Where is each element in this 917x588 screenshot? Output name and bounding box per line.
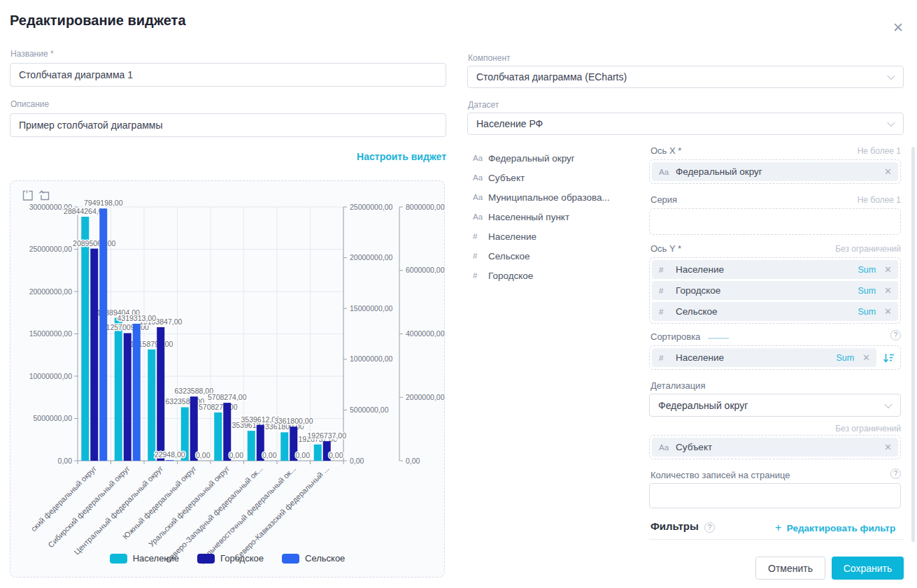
number-type-icon: # (473, 271, 488, 280)
y-axis-tick-label: 5000000,00 (350, 406, 389, 414)
field-item[interactable]: #Сельское (473, 246, 641, 266)
legend-marker (110, 554, 127, 564)
component-select[interactable]: Столбчатая диаграмма (ECharts) (467, 66, 904, 88)
remove-chip-icon[interactable]: ✕ (862, 352, 870, 363)
series-dropzone[interactable] (649, 208, 901, 235)
y-axis-tick-label: 5000000,00 (34, 414, 73, 422)
remove-chip-icon[interactable]: ✕ (884, 264, 892, 275)
number-type-icon: # (659, 354, 676, 362)
text-type-icon: Aa (473, 173, 488, 182)
field-item[interactable]: AaФедеральный округ (473, 148, 641, 168)
bar-value-label: 7949198,00 (84, 199, 123, 207)
drilldown-hint: Без ограничений (649, 424, 901, 433)
bar-chart: 0,005000000,0010000000,0015000000,002000… (10, 181, 446, 577)
toolbox-restore-icon[interactable] (38, 189, 50, 204)
x-axis-hint: Не более 1 (649, 146, 901, 156)
y-axis-tick-label: 4000000,00 (406, 329, 445, 338)
y-axis-hint: Без ограничений (649, 244, 901, 254)
drilldown-chip[interactable]: Aa Субъект ✕ (652, 438, 898, 457)
bar-Население (280, 432, 288, 461)
page-title: Редактирование виджета (10, 13, 186, 29)
y-axis-chip[interactable]: # Население Sum ✕ (652, 260, 898, 279)
page-size-label: Количество записей на странице (651, 470, 790, 480)
help-icon[interactable]: ? (704, 522, 715, 533)
y-axis-chip[interactable]: # Городское Sum ✕ (652, 281, 898, 300)
number-type-icon: # (473, 232, 488, 241)
field-item[interactable]: AaМуниципальное образова... (473, 187, 641, 207)
bar-value-label: 5708274,00 (199, 403, 238, 411)
dataset-label: Датасет (468, 100, 499, 110)
y-axis-tick-label: 20000000,00 (350, 253, 392, 261)
filters-label: Фильтры ? (651, 520, 715, 533)
help-icon[interactable]: ? (890, 330, 901, 340)
remove-chip-icon[interactable]: ✕ (884, 285, 892, 296)
text-type-icon: Aa (473, 154, 488, 162)
y-axis-tick-label: 0,00 (406, 457, 420, 465)
field-item[interactable]: AaНаселенный пункт (473, 207, 641, 227)
legend-item[interactable]: Городское (197, 553, 264, 564)
configure-widget-link[interactable]: Настроить виджет (357, 151, 446, 162)
legend-marker (197, 554, 215, 564)
bar-value-label: 1926737,00 (308, 431, 347, 440)
component-label: Компонент (468, 53, 511, 63)
sort-descending-icon[interactable] (879, 352, 898, 364)
description-label: Описание (10, 99, 49, 109)
close-icon[interactable]: ✕ (893, 20, 904, 36)
bar-value-label: 0,00 (196, 451, 211, 459)
chevron-down-icon (887, 72, 895, 80)
bar-Население (148, 350, 155, 461)
dataset-fields-list: AaФедеральный округ AaСубъект AaМуниципа… (473, 148, 641, 285)
name-input[interactable]: Столбчатая диаграмма 1 (10, 63, 446, 87)
y-axis-tick-label: 0,00 (58, 457, 73, 465)
page-size-input[interactable] (649, 483, 901, 508)
aggregation-badge[interactable]: Sum (858, 286, 876, 296)
remove-chip-icon[interactable]: ✕ (884, 306, 892, 317)
divider (649, 539, 904, 540)
aggregation-badge[interactable]: Sum (858, 307, 876, 317)
x-axis-dropzone[interactable]: Aa Федеральный округ ✕ (649, 159, 901, 184)
field-item[interactable]: #Городское (473, 266, 641, 285)
edit-filter-link[interactable]: + Редактировать фильтр (775, 522, 895, 534)
y-axis-chip[interactable]: # Сельское Sum ✕ (652, 302, 898, 321)
legend-item[interactable]: Сельское (282, 553, 345, 564)
aggregation-badge[interactable]: Sum (836, 353, 854, 363)
dataset-select[interactable]: Население РФ (467, 113, 904, 135)
remove-chip-icon[interactable]: ✕ (884, 442, 892, 452)
bar-Городское (124, 333, 131, 461)
field-item[interactable]: #Население (473, 227, 641, 246)
y-axis-tick-label: 10000000,00 (350, 354, 392, 363)
remove-chip-icon[interactable]: ✕ (884, 166, 892, 177)
y-axis-tick-label: 8000000,00 (406, 203, 445, 211)
aggregation-badge[interactable]: Sum (858, 265, 876, 275)
drilldown-select[interactable]: Федеральный округ (649, 394, 901, 417)
toolbox-area-zoom-icon[interactable] (22, 189, 34, 204)
bar-Население (248, 431, 255, 461)
y-axis-tick-label: 6000000,00 (406, 266, 445, 274)
y-axis-dropzone[interactable]: # Население Sum ✕ # Городское Sum ✕ # Се… (649, 257, 901, 324)
y-axis-tick-label: 10000000,00 (29, 372, 72, 380)
x-axis-chip[interactable]: Aa Федеральный округ ✕ (652, 162, 898, 181)
y-axis-tick-label: 25000000,00 (29, 245, 72, 253)
x-axis-category-label: ский федеральный округ (29, 464, 98, 533)
help-icon[interactable]: ? (890, 468, 901, 479)
number-type-icon: # (473, 252, 488, 260)
save-button[interactable]: Сохранить (832, 557, 904, 580)
sorting-dropzone[interactable]: # Население Sum ✕ (649, 345, 901, 370)
cancel-button[interactable]: Отменить (755, 557, 825, 580)
bar-value-label: 22948,00 (155, 450, 185, 459)
description-input[interactable]: Пример столбчатой диаграммы (10, 113, 446, 137)
number-type-icon: # (659, 287, 676, 295)
series-hint: Не более 1 (649, 195, 901, 205)
sorting-chip[interactable]: # Население Sum ✕ (652, 348, 876, 367)
text-type-icon: Aa (659, 443, 676, 452)
bar-Сельское (166, 460, 173, 461)
bar-Население (314, 445, 322, 461)
plus-icon: + (775, 522, 781, 533)
field-item[interactable]: AaСубъект (473, 168, 641, 187)
legend-marker (282, 554, 299, 564)
drilldown-dropzone[interactable]: Aa Субъект ✕ (649, 435, 901, 459)
scrollbar[interactable] (911, 147, 915, 542)
bar-value-label: 3361800,00 (274, 417, 313, 425)
legend-item[interactable]: Население (110, 553, 179, 564)
y-axis-tick-label: 2000000,00 (406, 393, 445, 401)
